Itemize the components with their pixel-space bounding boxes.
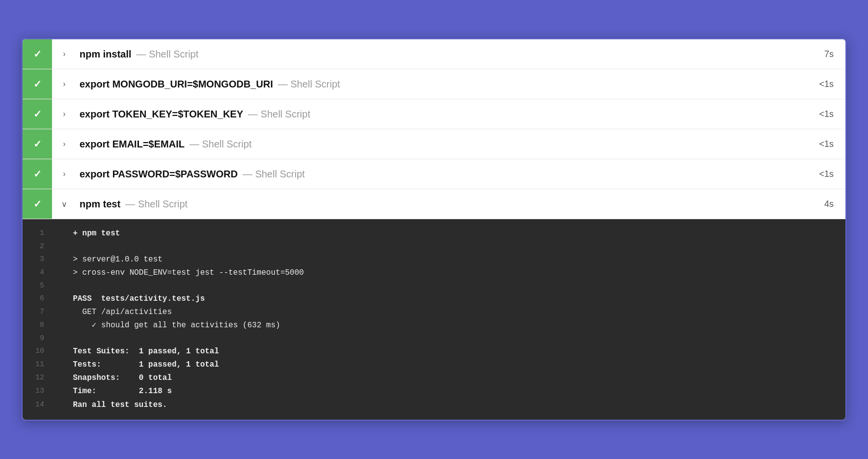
log-line-number-10: 10 — [30, 345, 54, 358]
step-row-6[interactable]: ✓ ∨ npm test — Shell Script 4s — [23, 189, 845, 219]
step-duration-3: <1s — [807, 109, 845, 119]
step-duration-1: 7s — [813, 49, 845, 59]
log-line-number-2: 2 — [30, 240, 54, 253]
chevron-icon-2: › — [52, 80, 72, 88]
log-line-11: 11 Tests: 1 passed, 1 total — [23, 358, 845, 372]
log-line-2: 2 — [23, 240, 845, 253]
log-line-number-3: 3 — [30, 253, 54, 266]
step-duration-6: 4s — [813, 199, 845, 209]
step-name-5: export PASSWORD=$PASSWORD — [80, 169, 238, 180]
log-output: 1 + npm test 2 3 > server@1.0.0 test 4 >… — [23, 219, 845, 420]
step-type-6: — Shell Script — [125, 199, 188, 210]
log-line-5: 5 — [23, 280, 845, 292]
log-line-3: 3 > server@1.0.0 test — [23, 253, 845, 266]
log-line-content-6: PASS tests/activity.test.js — [54, 292, 838, 306]
step-label-4: export EMAIL=$EMAIL — Shell Script — [72, 139, 807, 150]
step-name-6: npm test — [80, 199, 120, 210]
ci-pipeline-container: ✓ › npm install — Shell Script 7s ✓ › ex… — [22, 38, 846, 421]
log-line-number-6: 6 — [30, 292, 54, 305]
step-check-6: ✓ — [23, 189, 52, 219]
log-line-number-4: 4 — [30, 266, 54, 279]
log-line-content-10: Test Suites: 1 passed, 1 total — [54, 345, 838, 358]
step-label-6: npm test — Shell Script — [72, 199, 813, 210]
log-line-content-11: Tests: 1 passed, 1 total — [54, 358, 838, 372]
step-check-1: ✓ — [23, 39, 52, 69]
chevron-icon-1: › — [52, 50, 72, 58]
step-name-1: npm install — [80, 49, 132, 60]
log-line-content-12: Snapshots: 0 total — [54, 372, 838, 385]
log-line-number-1: 1 — [30, 227, 54, 240]
step-check-4: ✓ — [23, 129, 52, 159]
log-line-content-4: > cross-env NODE_ENV=test jest --testTim… — [54, 266, 838, 280]
step-type-4: — Shell Script — [190, 139, 252, 150]
log-line-7: 7 GET /api/activities — [23, 306, 845, 319]
log-line-number-14: 14 — [30, 399, 54, 411]
step-row-1[interactable]: ✓ › npm install — Shell Script 7s — [23, 39, 845, 69]
log-line-1: 1 + npm test — [23, 227, 845, 240]
log-line-number-11: 11 — [30, 358, 54, 371]
log-line-content-8: ✓ should get all the activities (632 ms) — [54, 319, 838, 332]
log-line-4: 4 > cross-env NODE_ENV=test jest --testT… — [23, 266, 845, 280]
log-line-content-3: > server@1.0.0 test — [54, 253, 838, 266]
log-line-number-5: 5 — [30, 280, 54, 292]
step-label-3: export TOKEN_KEY=$TOKEN_KEY — Shell Scri… — [72, 109, 807, 120]
step-row-5[interactable]: ✓ › export PASSWORD=$PASSWORD — Shell Sc… — [23, 159, 845, 189]
step-row-2[interactable]: ✓ › export MONGODB_URI=$MONGODB_URI — Sh… — [23, 69, 845, 99]
step-duration-2: <1s — [807, 79, 845, 89]
log-line-content-7: GET /api/activities — [54, 306, 838, 319]
step-label-5: export PASSWORD=$PASSWORD — Shell Script — [72, 169, 807, 180]
log-line-6: 6 PASS tests/activity.test.js — [23, 292, 845, 306]
log-line-number-12: 12 — [30, 372, 54, 384]
log-line-9: 9 — [23, 332, 845, 345]
step-row-3[interactable]: ✓ › export TOKEN_KEY=$TOKEN_KEY — Shell … — [23, 99, 845, 129]
step-check-3: ✓ — [23, 99, 52, 129]
log-line-13: 13 Time: 2.118 s — [23, 385, 845, 398]
log-line-14: 14 Ran all test suites. — [23, 399, 845, 412]
chevron-icon-3: › — [52, 110, 72, 118]
step-check-5: ✓ — [23, 159, 52, 189]
step-name-2: export MONGODB_URI=$MONGODB_URI — [80, 79, 273, 90]
log-line-number-9: 9 — [30, 332, 54, 345]
step-type-5: — Shell Script — [243, 169, 305, 180]
step-name-4: export EMAIL=$EMAIL — [80, 139, 185, 150]
log-line-10: 10 Test Suites: 1 passed, 1 total — [23, 345, 845, 358]
step-check-2: ✓ — [23, 69, 52, 99]
step-label-1: npm install — Shell Script — [72, 49, 813, 60]
step-label-2: export MONGODB_URI=$MONGODB_URI — Shell … — [72, 79, 807, 90]
log-line-number-13: 13 — [30, 385, 54, 398]
log-line-content-14: Ran all test suites. — [54, 399, 838, 412]
log-line-8: 8 ✓ should get all the activities (632 m… — [23, 319, 845, 332]
step-duration-5: <1s — [807, 169, 845, 179]
step-duration-4: <1s — [807, 139, 845, 149]
step-type-2: — Shell Script — [278, 79, 340, 90]
chevron-icon-6: ∨ — [52, 200, 72, 209]
step-row-4[interactable]: ✓ › export EMAIL=$EMAIL — Shell Script <… — [23, 129, 845, 159]
step-name-3: export TOKEN_KEY=$TOKEN_KEY — [80, 109, 243, 120]
log-line-content-1: + npm test — [54, 227, 838, 240]
step-type-3: — Shell Script — [248, 109, 310, 120]
log-line-number-7: 7 — [30, 306, 54, 318]
log-line-number-8: 8 — [30, 319, 54, 332]
chevron-icon-5: › — [52, 170, 72, 178]
chevron-icon-4: › — [52, 140, 72, 148]
log-line-content-13: Time: 2.118 s — [54, 385, 838, 398]
step-type-1: — Shell Script — [136, 49, 199, 60]
log-line-12: 12 Snapshots: 0 total — [23, 372, 845, 385]
